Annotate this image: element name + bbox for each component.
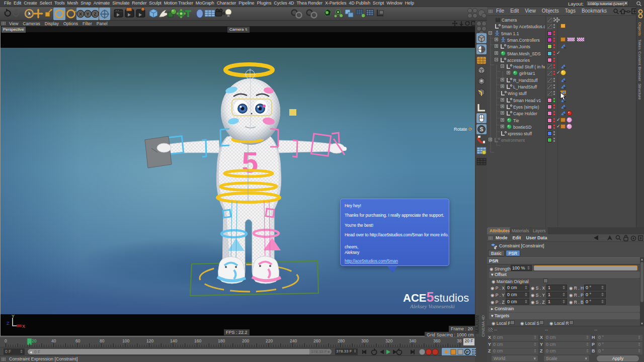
svg-text:Y: Y (12, 314, 15, 319)
svg-text:200: 200 (242, 338, 249, 343)
svg-text:220: 220 (266, 338, 273, 343)
svg-text:0: 0 (5, 338, 7, 343)
svg-text:X: X (79, 12, 82, 17)
svg-text:5: 5 (242, 146, 258, 178)
svg-text:X: X (22, 324, 25, 329)
svg-text:300: 300 (361, 338, 368, 343)
svg-text:CINEMA 4D: CINEMA 4D (481, 315, 486, 337)
svg-text:P: P (466, 350, 469, 354)
svg-text:Z: Z (7, 321, 10, 326)
svg-text:40: 40 (51, 338, 56, 343)
svg-text:S: S (480, 127, 484, 132)
svg-text:Z: Z (94, 12, 97, 17)
svg-text:MAXON: MAXON (475, 315, 480, 334)
svg-text:340: 340 (409, 338, 416, 343)
svg-text:180: 180 (218, 338, 225, 343)
svg-text:160: 160 (194, 338, 201, 343)
svg-text:38: 38 (457, 338, 462, 343)
svg-text:20: 20 (32, 338, 37, 343)
svg-text:120: 120 (146, 338, 153, 343)
svg-text:100: 100 (122, 338, 129, 343)
svg-text:240: 240 (290, 338, 297, 343)
svg-text:280: 280 (338, 338, 345, 343)
svg-text:80: 80 (100, 338, 105, 343)
svg-text:320: 320 (385, 338, 392, 343)
svg-text:360: 360 (433, 338, 440, 343)
svg-text:Y: Y (86, 12, 89, 17)
svg-text:60: 60 (75, 338, 80, 343)
svg-text:260: 260 (313, 338, 320, 343)
svg-text:140: 140 (170, 338, 177, 343)
